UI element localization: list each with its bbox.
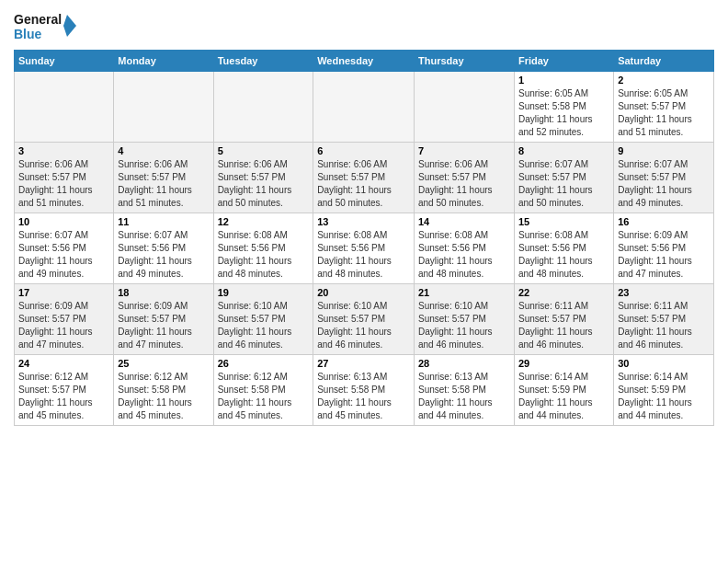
calendar-day-header: Saturday xyxy=(614,51,714,72)
day-number: 26 xyxy=(218,358,310,369)
day-info: Sunrise: 6:06 AM Sunset: 5:57 PM Dayligh… xyxy=(317,158,410,210)
day-number: 27 xyxy=(317,358,410,369)
calendar-day-header: Tuesday xyxy=(213,51,313,72)
calendar-cell: 4Sunrise: 6:06 AM Sunset: 5:57 PM Daylig… xyxy=(114,143,213,213)
day-number: 22 xyxy=(518,287,609,298)
calendar-cell xyxy=(213,72,313,143)
day-info: Sunrise: 6:10 AM Sunset: 5:57 PM Dayligh… xyxy=(218,300,310,351)
day-number: 16 xyxy=(618,216,710,227)
day-info: Sunrise: 6:08 AM Sunset: 5:56 PM Dayligh… xyxy=(518,229,609,281)
calendar-cell: 28Sunrise: 6:13 AM Sunset: 5:58 PM Dayli… xyxy=(415,355,515,426)
day-info: Sunrise: 6:10 AM Sunset: 5:57 PM Dayligh… xyxy=(418,300,510,351)
day-number: 21 xyxy=(418,287,510,298)
calendar-cell: 13Sunrise: 6:08 AM Sunset: 5:56 PM Dayli… xyxy=(313,213,415,284)
day-info: Sunrise: 6:07 AM Sunset: 5:57 PM Dayligh… xyxy=(518,158,609,210)
svg-marker-2 xyxy=(63,15,76,37)
day-number: 18 xyxy=(118,287,209,298)
day-number: 20 xyxy=(317,287,410,298)
calendar-week-row: 10Sunrise: 6:07 AM Sunset: 5:56 PM Dayli… xyxy=(15,213,714,284)
calendar-cell: 25Sunrise: 6:12 AM Sunset: 5:58 PM Dayli… xyxy=(114,355,213,426)
calendar-cell: 5Sunrise: 6:06 AM Sunset: 5:57 PM Daylig… xyxy=(213,143,313,213)
day-info: Sunrise: 6:07 AM Sunset: 5:57 PM Dayligh… xyxy=(618,158,710,210)
calendar-cell: 19Sunrise: 6:10 AM Sunset: 5:57 PM Dayli… xyxy=(213,284,313,355)
calendar-cell: 26Sunrise: 6:12 AM Sunset: 5:58 PM Dayli… xyxy=(213,355,313,426)
day-number: 29 xyxy=(518,358,609,369)
calendar-cell: 27Sunrise: 6:13 AM Sunset: 5:58 PM Dayli… xyxy=(313,355,415,426)
calendar-cell: 14Sunrise: 6:08 AM Sunset: 5:56 PM Dayli… xyxy=(415,213,515,284)
calendar-cell: 22Sunrise: 6:11 AM Sunset: 5:57 PM Dayli… xyxy=(514,284,613,355)
day-number: 7 xyxy=(418,145,510,156)
header: General Blue xyxy=(14,9,714,42)
day-number: 2 xyxy=(618,75,710,86)
day-number: 5 xyxy=(218,145,310,156)
svg-text:Blue: Blue xyxy=(14,27,42,41)
calendar-cell: 18Sunrise: 6:09 AM Sunset: 5:57 PM Dayli… xyxy=(114,284,213,355)
day-info: Sunrise: 6:12 AM Sunset: 5:58 PM Dayligh… xyxy=(118,371,209,422)
calendar-day-header: Thursday xyxy=(415,51,515,72)
calendar-day-header: Monday xyxy=(114,51,213,72)
day-info: Sunrise: 6:13 AM Sunset: 5:58 PM Dayligh… xyxy=(317,371,410,422)
day-info: Sunrise: 6:09 AM Sunset: 5:57 PM Dayligh… xyxy=(18,300,109,351)
day-number: 15 xyxy=(518,216,609,227)
calendar-week-row: 1Sunrise: 6:05 AM Sunset: 5:58 PM Daylig… xyxy=(15,72,714,143)
day-number: 1 xyxy=(518,75,609,86)
day-number: 19 xyxy=(218,287,310,298)
day-info: Sunrise: 6:11 AM Sunset: 5:57 PM Dayligh… xyxy=(518,300,609,351)
calendar-cell: 6Sunrise: 6:06 AM Sunset: 5:57 PM Daylig… xyxy=(313,143,415,213)
calendar-cell: 8Sunrise: 6:07 AM Sunset: 5:57 PM Daylig… xyxy=(514,143,613,213)
calendar-cell: 21Sunrise: 6:10 AM Sunset: 5:57 PM Dayli… xyxy=(415,284,515,355)
calendar-week-row: 24Sunrise: 6:12 AM Sunset: 5:57 PM Dayli… xyxy=(15,355,714,426)
calendar-cell: 29Sunrise: 6:14 AM Sunset: 5:59 PM Dayli… xyxy=(514,355,613,426)
day-info: Sunrise: 6:09 AM Sunset: 5:56 PM Dayligh… xyxy=(618,229,710,281)
calendar-cell: 2Sunrise: 6:05 AM Sunset: 5:57 PM Daylig… xyxy=(614,72,714,143)
calendar-cell: 9Sunrise: 6:07 AM Sunset: 5:57 PM Daylig… xyxy=(614,143,714,213)
day-info: Sunrise: 6:06 AM Sunset: 5:57 PM Dayligh… xyxy=(218,158,310,210)
day-number: 6 xyxy=(317,145,410,156)
calendar-cell: 3Sunrise: 6:06 AM Sunset: 5:57 PM Daylig… xyxy=(15,143,114,213)
calendar-day-header: Wednesday xyxy=(313,51,415,72)
calendar-cell: 17Sunrise: 6:09 AM Sunset: 5:57 PM Dayli… xyxy=(15,284,114,355)
day-number: 28 xyxy=(418,358,510,369)
day-number: 12 xyxy=(218,216,310,227)
day-info: Sunrise: 6:07 AM Sunset: 5:56 PM Dayligh… xyxy=(118,229,209,281)
day-info: Sunrise: 6:05 AM Sunset: 5:57 PM Dayligh… xyxy=(618,87,710,139)
calendar-week-row: 17Sunrise: 6:09 AM Sunset: 5:57 PM Dayli… xyxy=(15,284,714,355)
day-info: Sunrise: 6:07 AM Sunset: 5:56 PM Dayligh… xyxy=(18,229,109,281)
day-info: Sunrise: 6:14 AM Sunset: 5:59 PM Dayligh… xyxy=(518,371,609,422)
calendar-cell: 20Sunrise: 6:10 AM Sunset: 5:57 PM Dayli… xyxy=(313,284,415,355)
day-number: 30 xyxy=(618,358,710,369)
day-number: 10 xyxy=(18,216,109,227)
calendar-cell: 24Sunrise: 6:12 AM Sunset: 5:57 PM Dayli… xyxy=(15,355,114,426)
calendar-cell: 10Sunrise: 6:07 AM Sunset: 5:56 PM Dayli… xyxy=(15,213,114,284)
day-info: Sunrise: 6:11 AM Sunset: 5:57 PM Dayligh… xyxy=(618,300,710,351)
day-number: 24 xyxy=(18,358,109,369)
day-number: 23 xyxy=(618,287,710,298)
calendar-cell: 15Sunrise: 6:08 AM Sunset: 5:56 PM Dayli… xyxy=(514,213,613,284)
calendar-cell: 1Sunrise: 6:05 AM Sunset: 5:58 PM Daylig… xyxy=(514,72,613,143)
day-number: 13 xyxy=(317,216,410,227)
calendar-cell xyxy=(313,72,415,143)
day-info: Sunrise: 6:08 AM Sunset: 5:56 PM Dayligh… xyxy=(218,229,310,281)
calendar-cell: 30Sunrise: 6:14 AM Sunset: 5:59 PM Dayli… xyxy=(614,355,714,426)
day-number: 25 xyxy=(118,358,209,369)
day-number: 9 xyxy=(618,145,710,156)
day-info: Sunrise: 6:08 AM Sunset: 5:56 PM Dayligh… xyxy=(317,229,410,281)
logo: General Blue xyxy=(14,9,78,42)
day-number: 17 xyxy=(18,287,109,298)
logo-svg: General Blue xyxy=(14,9,78,42)
day-info: Sunrise: 6:06 AM Sunset: 5:57 PM Dayligh… xyxy=(418,158,510,210)
day-info: Sunrise: 6:12 AM Sunset: 5:57 PM Dayligh… xyxy=(18,371,109,422)
page: General Blue SundayMondayTuesdayWednesda… xyxy=(0,0,728,563)
calendar-cell xyxy=(114,72,213,143)
day-number: 3 xyxy=(18,145,109,156)
svg-text:General: General xyxy=(14,12,62,27)
day-info: Sunrise: 6:08 AM Sunset: 5:56 PM Dayligh… xyxy=(418,229,510,281)
calendar-cell: 7Sunrise: 6:06 AM Sunset: 5:57 PM Daylig… xyxy=(415,143,515,213)
day-info: Sunrise: 6:14 AM Sunset: 5:59 PM Dayligh… xyxy=(618,371,710,422)
calendar-cell xyxy=(15,72,114,143)
calendar-cell xyxy=(415,72,515,143)
day-info: Sunrise: 6:09 AM Sunset: 5:57 PM Dayligh… xyxy=(118,300,209,351)
calendar-cell: 11Sunrise: 6:07 AM Sunset: 5:56 PM Dayli… xyxy=(114,213,213,284)
calendar-cell: 12Sunrise: 6:08 AM Sunset: 5:56 PM Dayli… xyxy=(213,213,313,284)
day-number: 8 xyxy=(518,145,609,156)
